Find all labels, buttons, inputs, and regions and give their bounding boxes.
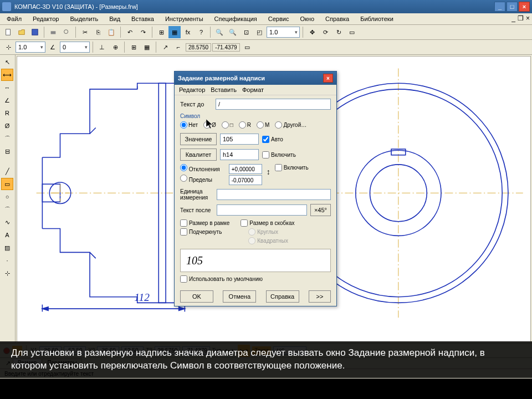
angle-combo[interactable]: 0 bbox=[60, 42, 90, 53]
tool-btn-1[interactable]: ⊞ bbox=[155, 26, 167, 38]
point-tool[interactable]: · bbox=[1, 254, 13, 267]
maximize-button[interactable]: □ bbox=[507, 2, 518, 12]
qualifier-button[interactable]: Квалитет bbox=[180, 149, 217, 161]
help-button[interactable]: Справка bbox=[266, 290, 299, 303]
dlg-menu-editor[interactable]: Редактор bbox=[179, 86, 205, 93]
menu-file[interactable]: Файл bbox=[4, 14, 24, 23]
mdi-close-button[interactable]: × bbox=[526, 14, 530, 22]
tol-lower-input[interactable] bbox=[229, 175, 262, 185]
dlg-menu-format[interactable]: Формат bbox=[242, 86, 264, 93]
text-after-input[interactable] bbox=[217, 204, 307, 216]
copy-button[interactable]: ⎘ bbox=[92, 26, 104, 38]
close-button[interactable]: × bbox=[519, 2, 530, 12]
snap2-button[interactable]: ⊕ bbox=[109, 41, 121, 53]
print-button[interactable] bbox=[47, 26, 59, 38]
local-cs-button[interactable]: ↗ bbox=[159, 41, 171, 53]
cut-button[interactable]: ✂ bbox=[79, 26, 91, 38]
tol-upper-input[interactable] bbox=[229, 164, 262, 174]
redo-button[interactable]: ↷ bbox=[137, 26, 149, 38]
menu-help[interactable]: Справка bbox=[323, 14, 351, 23]
menu-editor[interactable]: Редактор bbox=[30, 14, 61, 23]
value-input[interactable] bbox=[220, 134, 259, 145]
dlg-menu-insert[interactable]: Вставить bbox=[211, 86, 237, 93]
cancel-button[interactable]: Отмена bbox=[223, 290, 256, 303]
dim-diameter-tool[interactable]: Ø bbox=[1, 120, 13, 132]
rotate-button[interactable]: ⟳ bbox=[319, 26, 331, 38]
spline-tool[interactable]: ∿ bbox=[1, 216, 13, 228]
dim-radial-tool[interactable]: R bbox=[1, 107, 13, 119]
redraw-button[interactable]: ↻ bbox=[332, 26, 345, 38]
menu-select[interactable]: Выделить bbox=[68, 14, 100, 23]
grid2-button[interactable]: ▦ bbox=[141, 41, 153, 53]
radio-m[interactable]: M bbox=[257, 121, 269, 129]
more-button[interactable]: >> bbox=[309, 290, 331, 303]
cursor-tool[interactable]: ↖ bbox=[1, 56, 13, 68]
dim-linear-tool[interactable]: ↔ bbox=[1, 81, 13, 94]
dim-chain-tool[interactable]: ⊟ bbox=[1, 145, 13, 157]
x45-button[interactable]: ×45° bbox=[310, 204, 331, 216]
preview-button[interactable] bbox=[60, 26, 73, 38]
pan-button[interactable]: ✥ bbox=[306, 26, 318, 38]
auto-checkbox[interactable]: Авто bbox=[262, 136, 283, 143]
aux-tool[interactable]: ⊹ bbox=[1, 267, 13, 279]
undo-button[interactable]: ↶ bbox=[124, 26, 136, 38]
include2-checkbox[interactable]: Включить bbox=[275, 164, 309, 171]
underline-checkbox[interactable]: Подчеркнуть bbox=[180, 228, 229, 236]
snap-button[interactable]: ⊹ bbox=[2, 41, 14, 53]
save-button[interactable] bbox=[29, 26, 41, 38]
line-tool[interactable]: ╱ bbox=[1, 165, 13, 177]
tool-btn-3[interactable]: fx bbox=[182, 26, 194, 38]
help-button[interactable]: ? bbox=[195, 26, 207, 38]
rect-tool[interactable]: ▭ bbox=[1, 178, 13, 190]
brackets-square[interactable]: Квадратных bbox=[248, 237, 294, 244]
circle-tool[interactable]: ○ bbox=[1, 191, 13, 203]
zoom-in-button[interactable]: 🔍 bbox=[213, 26, 226, 38]
menu-insert[interactable]: Вставка bbox=[129, 14, 156, 23]
ok-button[interactable]: OK bbox=[180, 290, 213, 303]
mdi-restore-button[interactable]: ❐ bbox=[518, 14, 524, 22]
grid-button[interactable]: ⊞ bbox=[127, 41, 140, 53]
step-combo[interactable]: 1.0 bbox=[16, 42, 45, 53]
radio-deviations[interactable]: Отклонения bbox=[180, 164, 220, 172]
zoom-combo[interactable]: 1.0 bbox=[267, 27, 300, 38]
open-button[interactable] bbox=[16, 26, 28, 38]
minimize-button[interactable]: _ bbox=[494, 2, 505, 12]
radio-other[interactable]: Другой… bbox=[275, 121, 306, 129]
unit-input[interactable] bbox=[217, 189, 331, 200]
brackets-round[interactable]: Круглых bbox=[248, 228, 294, 236]
dialog-titlebar[interactable]: Задание размерной надписи × bbox=[175, 71, 336, 85]
cs-button[interactable]: ⌐ bbox=[172, 41, 185, 53]
radio-diameter[interactable]: Ø bbox=[203, 121, 216, 129]
menu-spec[interactable]: Спецификация bbox=[212, 14, 259, 23]
hatch-tool[interactable]: ▨ bbox=[1, 242, 13, 254]
menu-view[interactable]: Вид bbox=[107, 14, 122, 23]
include-checkbox[interactable]: Включить bbox=[262, 151, 296, 158]
mdi-minimize-button[interactable]: _ bbox=[511, 14, 515, 22]
paste-button[interactable]: 📋 bbox=[105, 26, 117, 38]
menu-libraries[interactable]: Библиотеки bbox=[358, 14, 396, 23]
menu-window[interactable]: Окно bbox=[298, 14, 316, 23]
angle-button[interactable]: ∠ bbox=[47, 41, 59, 53]
dialog-close-button[interactable]: × bbox=[323, 74, 333, 83]
tool-btn-2[interactable]: ▦ bbox=[168, 26, 181, 38]
radio-square[interactable]: □ bbox=[222, 121, 233, 129]
dim-arc-tool[interactable]: ⌒ bbox=[1, 132, 13, 145]
dimension-tool[interactable]: ⟷ bbox=[1, 69, 13, 81]
display-button[interactable]: ▭ bbox=[346, 26, 358, 38]
qualifier-input[interactable] bbox=[220, 149, 259, 160]
radio-none[interactable]: Нет bbox=[180, 121, 198, 129]
new-button[interactable] bbox=[2, 26, 14, 38]
menu-tools[interactable]: Инструменты bbox=[163, 14, 206, 23]
radio-r[interactable]: R bbox=[239, 121, 251, 129]
dim-angular-tool[interactable]: ∠ bbox=[1, 94, 13, 106]
value-button[interactable]: Значение bbox=[180, 133, 217, 145]
text-before-input[interactable] bbox=[216, 99, 331, 110]
zoom-window-button[interactable]: ◰ bbox=[253, 26, 265, 38]
zoom-out-button[interactable]: 🔍 bbox=[227, 26, 239, 38]
arc-tool[interactable]: ⌒ bbox=[1, 203, 13, 216]
measure-button[interactable]: ▭ bbox=[241, 41, 253, 53]
default-checkbox[interactable]: Использовать по умолчанию bbox=[180, 275, 263, 283]
text-tool[interactable]: A bbox=[1, 229, 13, 241]
radio-limits[interactable]: Пределы bbox=[180, 175, 220, 183]
menu-service[interactable]: Сервис bbox=[266, 14, 291, 23]
